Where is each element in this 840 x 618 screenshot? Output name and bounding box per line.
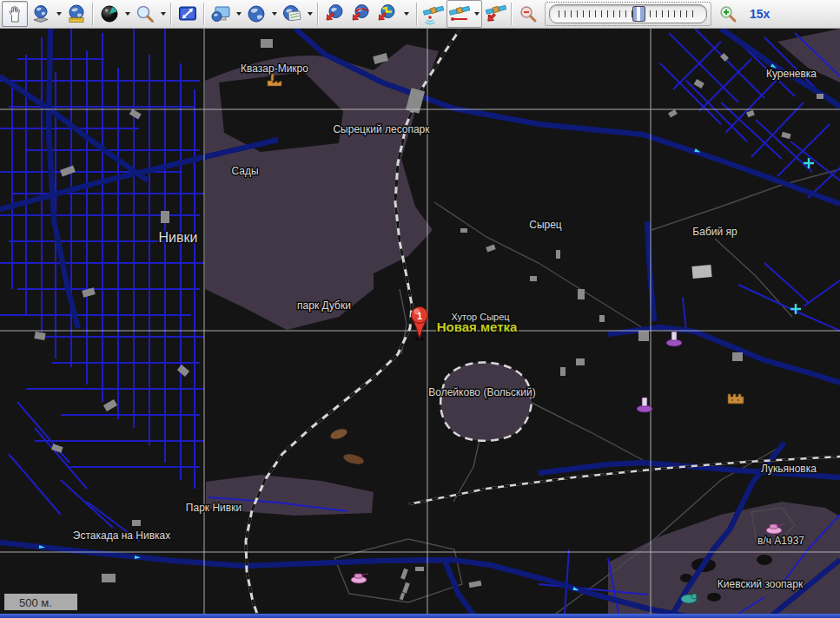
globe-icon [246,3,267,24]
map-label: Киевский зоопарк [718,578,804,590]
map-label: Куреневка [766,68,817,80]
map-labels: Квазар-МикроСырецкий лесопаркСадыНивкиСы… [73,62,817,590]
globe-ruler-icon [66,3,87,24]
zoom-slider-thumb[interactable] [632,6,645,22]
import-more-dropdown[interactable] [400,2,413,26]
placemark-pin[interactable]: 1 [412,307,428,341]
map-label: Эстакада на Нивках [73,529,170,542]
satellite-import-icon [484,3,506,25]
placemark-caption: Новая метка [437,319,518,334]
fullscreen-icon [177,3,198,24]
zoom-out-icon [518,3,539,24]
zoom-level-label: 15x [750,7,770,21]
online-maps-button[interactable] [243,1,269,27]
main-toolbar: 15x [0,0,840,29]
toolbar-separator [317,3,319,25]
map-label: в/ч А1937 [757,535,804,547]
gps-track-split-button[interactable] [446,0,482,28]
map-layers-button[interactable] [28,1,54,27]
toolbar-separator [92,3,94,25]
zoom-slider-wrap [545,2,711,26]
gps-track-dropdown[interactable] [472,2,481,26]
map-canvas[interactable]: Квазар-МикроСырецкий лесопаркСадыНивкиСы… [0,29,840,614]
gps-track-button[interactable] [447,2,472,26]
map-label: парк Дубки [297,299,351,312]
toolbar-separator [416,3,418,25]
map-layers-dropdown[interactable] [54,2,63,26]
globe-map-icon [281,3,302,24]
magnifier-icon [135,3,155,24]
night-mode-button[interactable] [96,1,122,27]
map-label: Квазар-Микро [241,62,308,75]
toolbar-separator [170,3,172,25]
chevron-down-icon [236,12,241,16]
chevron-down-icon [404,12,409,16]
computer-globe-icon [210,3,231,24]
zoom-slider[interactable] [549,4,707,23]
toolbar-separator [203,3,205,25]
chevron-down-icon [474,12,480,16]
measure-distance-button[interactable] [63,1,89,27]
monument-icon [637,332,682,412]
zoom-out-button[interactable] [515,1,541,27]
toolbar-separator [511,3,513,25]
placemark-number: 1 [417,311,422,321]
map-label: Сады [231,165,258,177]
chevron-down-icon [272,12,277,16]
map-label: Парк Нивки [186,502,241,514]
magnify-tool-dropdown[interactable] [158,2,168,26]
import-point-button[interactable] [321,1,347,27]
dark-sphere-icon [99,3,120,24]
night-mode-dropdown[interactable] [122,2,132,26]
map-label: Бабий яр [692,226,737,238]
globe-import-track-icon [350,3,371,24]
import-route-button[interactable] [374,1,400,27]
map-label: Сырецкий лесопарк [333,123,430,135]
zoom-in-icon [718,3,738,24]
gps-signal-button[interactable] [420,1,446,27]
globe-import-route-icon [376,3,397,24]
satellite-track-icon [448,3,471,25]
scale-bar-label: 500 м. [19,596,52,609]
scale-bar: 500 м. [4,594,77,610]
zoom-in-button[interactable] [715,1,741,27]
globe-import-point-icon [324,3,345,24]
map-application-window: 15x [0,0,840,618]
map-label: Лукьяновка [761,463,817,475]
chevron-down-icon [56,12,62,16]
map-label: Нивки [159,230,198,245]
import-track-button[interactable] [347,1,374,27]
online-maps-dropdown[interactable] [269,2,279,26]
local-maps-dropdown[interactable] [234,2,243,26]
local-maps-button[interactable] [208,1,234,27]
gps-import-button[interactable] [482,1,508,27]
chevron-down-icon [308,12,313,16]
map-svg: Квазар-МикроСырецкий лесопаркСадыНивкиСы… [0,29,840,614]
fullscreen-button[interactable] [175,1,201,27]
map-cache-button[interactable] [279,1,305,27]
voleikovo-area [440,362,532,440]
map-cache-dropdown[interactable] [305,2,314,26]
map-label: Сырец [529,219,562,231]
park-areas [205,29,840,614]
magnify-tool-button[interactable] [132,1,158,27]
zoom-slider-ticks [559,10,698,17]
hand-pan-button[interactable] [2,1,28,27]
chevron-down-icon [125,12,130,16]
castle-icon [728,394,744,404]
window-bottom-border [0,614,840,618]
globe-on-stand-icon [30,3,51,24]
satellite-signal-icon [422,3,445,25]
terrain-patches [329,427,365,466]
map-label: Волейково (Вольский) [428,386,535,398]
chevron-down-icon [161,12,166,16]
hand-icon [4,3,25,24]
